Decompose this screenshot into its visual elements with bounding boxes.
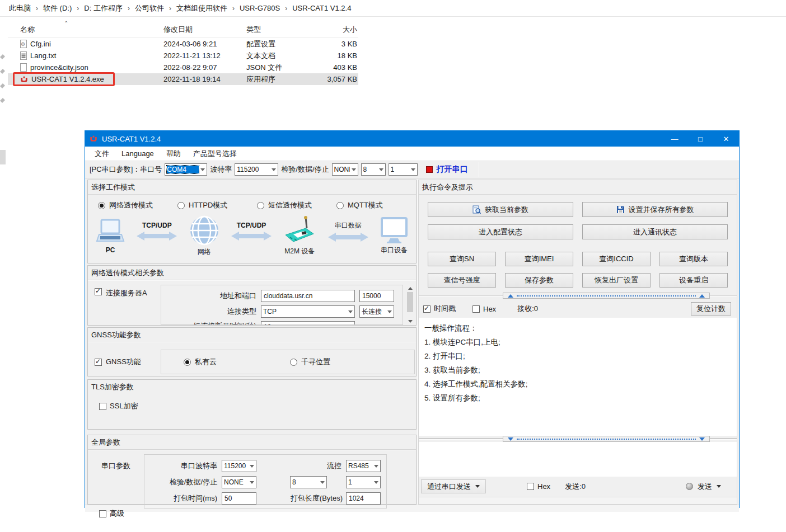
radio-icon xyxy=(336,202,344,209)
breadcrumb-item[interactable]: 公司软件 xyxy=(135,3,164,13)
radio-net-transparent[interactable]: 网络透传模式 xyxy=(98,200,177,210)
conn-mode-select[interactable]: 长连接 xyxy=(359,305,394,318)
menu-bar: 文件 Language 帮助 产品型号选择 xyxy=(85,147,739,161)
advanced-checkbox[interactable]: 高级 xyxy=(99,509,124,519)
breadcrumb-item[interactable]: 此电脑 xyxy=(9,3,31,13)
server-address-input[interactable]: clouddata.usr.cn xyxy=(261,290,355,302)
double-arrow-icon xyxy=(327,232,369,243)
button-label: 进入配置状态 xyxy=(479,227,522,237)
splitter-handle[interactable] xyxy=(503,293,710,299)
save-params-button[interactable]: 保存参数 xyxy=(505,273,573,288)
set-save-all-button[interactable]: 设置并保存所有参数 xyxy=(582,202,728,217)
stopbits-select[interactable]: 1 xyxy=(389,163,418,176)
close-button[interactable]: ✕ xyxy=(713,131,739,147)
column-header-name[interactable]: 名称 xyxy=(8,25,163,35)
breadcrumb-item[interactable]: USR-G780S xyxy=(240,4,280,12)
minimize-button[interactable]: — xyxy=(662,131,687,147)
receive-log[interactable]: 一般操作流程： 1. 模块连PC串口,上电; 2. 打开串口; 3. 获取当前参… xyxy=(419,318,737,436)
radio-httpd[interactable]: HTTPD模式 xyxy=(177,200,257,210)
send-via-serial-button[interactable]: 通过串口发送 xyxy=(421,479,486,493)
breadcrumb-item[interactable]: D: 工作程序 xyxy=(84,3,123,13)
send-splitter[interactable] xyxy=(419,436,737,442)
title-bar[interactable]: USR-CAT1 V1.2.4 — □ ✕ xyxy=(85,131,739,147)
device-reboot-button[interactable]: 设备重启 xyxy=(659,273,728,288)
query-iccid-button[interactable]: 查询ICCID xyxy=(582,252,651,266)
maximize-button[interactable]: □ xyxy=(687,131,713,147)
enter-comm-button[interactable]: 进入通讯状态 xyxy=(582,224,728,239)
get-params-button[interactable]: 获取当前参数 xyxy=(428,202,573,217)
serial-stopbits-select[interactable]: 1 xyxy=(346,476,381,488)
send-button[interactable]: 发送 xyxy=(686,482,730,492)
button-label: 恢复出厂设置 xyxy=(595,275,638,285)
flow-control-select[interactable]: RS485 xyxy=(346,460,381,472)
file-row-selected[interactable]: USR-CAT1 V1.2.4.exe 2022-11-18 19:14 应用程… xyxy=(8,73,358,85)
timestamp-checkbox[interactable]: 时间戳 xyxy=(423,304,456,314)
radio-mqtt[interactable]: MQTT模式 xyxy=(336,200,416,210)
menu-language[interactable]: Language xyxy=(115,147,160,161)
menu-help[interactable]: 帮助 xyxy=(160,147,187,161)
short-conn-timeout-input[interactable]: 10 xyxy=(261,321,355,325)
factory-reset-button[interactable]: 恢复出厂设置 xyxy=(582,273,651,288)
pack-time-input[interactable]: 50 xyxy=(222,492,256,505)
reset-count-button[interactable]: 复位计数 xyxy=(691,302,731,316)
hex-recv-checkbox[interactable]: Hex xyxy=(472,305,496,313)
log-line: 3. 获取当前参数; xyxy=(424,363,731,377)
column-header-date[interactable]: 修改日期 xyxy=(163,25,246,35)
double-arrow-icon xyxy=(135,230,178,242)
column-header-type[interactable]: 类型 xyxy=(246,25,312,35)
serial-parity-select[interactable]: NONE xyxy=(222,476,256,488)
column-header-size[interactable]: 大小 xyxy=(312,25,357,35)
radio-label: 千寻位置 xyxy=(301,357,330,367)
query-imei-button[interactable]: 查询IMEI xyxy=(505,252,573,266)
button-label: 查询ICCID xyxy=(599,254,633,264)
splitter-handle[interactable] xyxy=(503,436,710,442)
breadcrumb-item[interactable]: USR-CAT1 V1.2.4 xyxy=(292,4,351,12)
ssl-checkbox[interactable]: SSL加密 xyxy=(99,401,416,411)
baud-select[interactable]: 115200 xyxy=(235,163,278,176)
query-signal-button[interactable]: 查信号强度 xyxy=(428,273,496,288)
radio-sms-transparent[interactable]: 短信透传模式 xyxy=(257,200,336,210)
vertical-scrollbar[interactable] xyxy=(405,285,415,325)
breadcrumb-item[interactable]: 文档组使用软件 xyxy=(176,3,227,13)
tls-title: TLS加密参数 xyxy=(88,380,416,394)
short-conn-timeout-value: 10 xyxy=(264,323,271,325)
file-row[interactable]: ⚙ Cfg.ini 2024-03-06 9:21 配置设置 3 KB xyxy=(8,38,358,50)
scroll-down-icon[interactable] xyxy=(408,320,413,323)
server-a-checkbox[interactable]: 连接服务器A xyxy=(95,285,161,325)
node-label: M2M 设备 xyxy=(284,247,315,256)
scroll-up-icon[interactable] xyxy=(408,287,413,290)
serial-databits-select[interactable]: 8 xyxy=(290,476,327,488)
menu-file[interactable]: 文件 xyxy=(88,147,115,161)
query-version-button[interactable]: 查询版本 xyxy=(659,252,728,266)
enter-config-button[interactable]: 进入配置状态 xyxy=(428,224,573,239)
scroll-thumb[interactable] xyxy=(407,292,413,312)
open-serial-button[interactable]: 打开串口 xyxy=(420,162,474,177)
query-sn-button[interactable]: 查询SN xyxy=(428,252,496,266)
parity-select[interactable]: NONI xyxy=(332,163,358,176)
conn-type-select[interactable]: TCP xyxy=(261,305,355,318)
send-input-area[interactable] xyxy=(419,442,737,477)
chevron-down-icon xyxy=(374,465,378,468)
file-size: 18 KB xyxy=(312,51,357,60)
breadcrumb-item[interactable]: 软件 (D:) xyxy=(43,3,72,13)
pack-length-input[interactable]: 1024 xyxy=(346,492,381,505)
radio-label: MQTT模式 xyxy=(348,200,383,210)
hex-send-checkbox[interactable]: Hex xyxy=(527,482,550,491)
serial-parity-label: 检验/数据/停止 xyxy=(150,477,217,487)
serial-baud-value: 115200 xyxy=(224,462,248,470)
com-port-select[interactable]: COM4 xyxy=(165,163,207,176)
gnss-enable-checkbox[interactable]: GNSS功能 xyxy=(95,357,161,367)
panel-status-strip xyxy=(419,497,737,504)
file-row[interactable]: Lang.txt 2022-11-21 13:12 文本文档 18 KB xyxy=(8,50,358,62)
panel-divider[interactable] xyxy=(417,180,418,505)
radio-icon xyxy=(177,202,185,209)
file-row[interactable]: province&city.json 2022-08-22 9:07 JSON … xyxy=(8,62,358,73)
recv-splitter[interactable] xyxy=(419,293,737,299)
server-port-input[interactable]: 15000 xyxy=(359,290,394,302)
checkbox-label: Hex xyxy=(483,305,496,313)
databits-select[interactable]: 8 xyxy=(361,163,386,176)
menu-product-model[interactable]: 产品型号选择 xyxy=(187,147,243,161)
radio-private-cloud[interactable]: 私有云 xyxy=(184,357,290,367)
radio-qianxun[interactable]: 千寻位置 xyxy=(290,357,373,367)
serial-baud-select[interactable]: 115200 xyxy=(222,460,256,472)
